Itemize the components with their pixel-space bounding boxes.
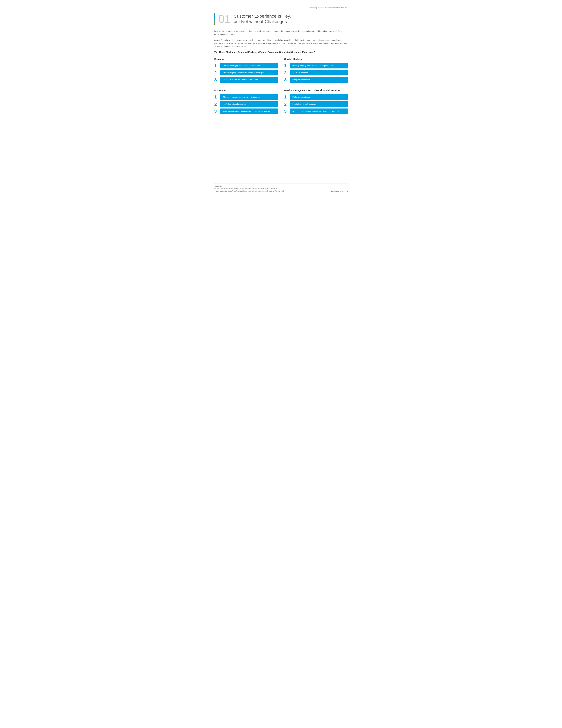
footer-notes: * Partial list. ** “Other financial serv…	[214, 185, 348, 192]
title-text: Customer Experience Is Key, but Not with…	[234, 13, 291, 25]
wealth-item-2: 2 Insufficient internal resources	[284, 101, 348, 107]
capital-rank-2: 2	[284, 71, 289, 75]
insurance-item-1: 1 Difficulty leveraging data from differ…	[214, 94, 278, 100]
insurance-heading: Insurance	[214, 89, 278, 92]
banking-rank-3: 3	[214, 78, 219, 82]
capital-rank-3: 3	[284, 78, 289, 82]
title-section: 01 Customer Experience Is Key, but Not w…	[214, 13, 348, 25]
capital-bar-2: Too many channels	[290, 70, 348, 76]
insurance-list: 1 Difficulty leveraging data from differ…	[214, 94, 278, 114]
insurance-bar-3: Budgetary constraints and outdated organ…	[220, 108, 278, 114]
banking-list: 1 Difficulty leveraging data from differ…	[214, 63, 278, 83]
page-header: Marketing Trends across Financial Servic…	[214, 6, 348, 9]
wealth-management-col: Wealth Management and Other Financial Se…	[284, 89, 348, 114]
insurance-rank-2: 2	[214, 102, 219, 106]
capital-bar-3: Budgetary constraints	[290, 77, 348, 83]
wealth-item-3: 3 Disconnected tools and technologies ac…	[284, 108, 348, 114]
banking-item-2: 2 Difficulty aligning roles to customer …	[214, 70, 278, 76]
insurance-bar-1: Difficulty leveraging data from differen…	[220, 94, 278, 100]
title-line2: but Not without Challenges	[234, 19, 291, 24]
section-heading-text: Top Three Challenges Financial Marketers…	[214, 51, 315, 53]
wealth-rank-1: 1	[284, 95, 289, 99]
footer-note1: * Partial list.	[214, 185, 348, 187]
capital-markets-col: Capital Markets 1 Difficulty aligning ro…	[284, 58, 348, 83]
section-heading: Top Three Challenges Financial Marketers…	[214, 51, 348, 54]
banking-bar-1: Difficulty leveraging data from differen…	[220, 63, 278, 68]
banking-col: Banking 1 Difficulty leveraging data fro…	[214, 58, 278, 83]
capital-bar-1: Difficulty aligning roles to customer li…	[290, 63, 348, 68]
capital-item-1: 1 Difficulty aligning roles to customer …	[284, 63, 348, 68]
footer-note3: services professionals (e.g., financial …	[214, 190, 348, 192]
footer-brand: Salesforce Research	[330, 190, 348, 192]
wealth-rank-2: 2	[284, 102, 289, 106]
banking-bar-2: Difficulty aligning roles to customer li…	[220, 70, 278, 76]
page: Marketing Trends across Financial Servic…	[205, 0, 357, 197]
header-text: Marketing Trends across Financial Servic…	[309, 7, 344, 9]
wealth-item-1: 1 Budgetary constraints	[284, 94, 348, 100]
insurance-item-3: 3 Budgetary constraints and outdated org…	[214, 108, 278, 114]
banking-item-1: 1 Difficulty leveraging data from differ…	[214, 63, 278, 68]
capital-rank-1: 1	[284, 63, 289, 68]
title-bar-green	[214, 19, 215, 25]
capital-item-3: 3 Budgetary constraints	[284, 77, 348, 83]
title-bar-blue	[214, 13, 215, 19]
capital-item-2: 2 Too many channels	[284, 70, 348, 76]
wealth-rank-3: 3	[284, 109, 289, 114]
banking-rank-2: 2	[214, 71, 219, 75]
wealth-bar-1: Budgetary constraints	[290, 94, 348, 100]
page-footer: * Partial list. ** “Other financial serv…	[214, 183, 348, 192]
top-row: Banking 1 Difficulty leveraging data fro…	[214, 58, 348, 83]
insurance-rank-1: 1	[214, 95, 219, 99]
insurance-col: Insurance 1 Difficulty leveraging data f…	[214, 89, 278, 114]
body-para2: Across financial services segments, mark…	[214, 39, 348, 48]
insurance-bar-2: Insufficient internal resources	[220, 101, 278, 107]
wealth-bar-2: Insufficient internal resources	[290, 101, 348, 107]
insurance-item-2: 2 Insufficient internal resources	[214, 101, 278, 107]
capital-markets-list: 1 Difficulty aligning roles to customer …	[284, 63, 348, 83]
title-bar	[214, 13, 215, 25]
banking-bar-3: Creating a shared, single view of the cu…	[220, 77, 278, 83]
bottom-row: Insurance 1 Difficulty leveraging data f…	[214, 89, 348, 114]
insurance-rank-3: 3	[214, 109, 219, 114]
wealth-management-heading: Wealth Management and Other Financial Se…	[284, 89, 348, 92]
capital-markets-heading: Capital Markets	[284, 58, 348, 60]
wealth-bar-3: Disconnected tools and technologies acro…	[290, 108, 348, 114]
banking-heading: Banking	[214, 58, 278, 60]
title-line1: Customer Experience Is Key,	[234, 14, 291, 19]
body-para1: Despite the general consensus among fina…	[214, 30, 348, 36]
wealth-management-list: 1 Budgetary constraints 2 Insufficient i…	[284, 94, 348, 114]
banking-item-3: 3 Creating a shared, single view of the …	[214, 77, 278, 83]
section-number: 01	[218, 13, 231, 25]
banking-rank-1: 1	[214, 63, 219, 68]
footer-note2: ** “Other financial services” includes s…	[214, 187, 348, 190]
page-number: 07	[345, 6, 348, 9]
